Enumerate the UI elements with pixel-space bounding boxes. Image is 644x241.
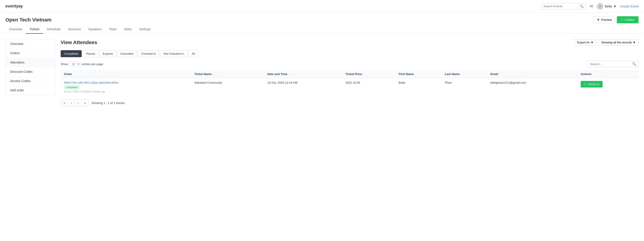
tab-settings[interactable]: Settings bbox=[136, 25, 154, 34]
page-next-button[interactable]: › bbox=[75, 100, 82, 106]
create-event-button[interactable]: Create Event bbox=[620, 4, 638, 8]
nav-right: 🔍 ✉ B Bella ▼ Create Event bbox=[541, 3, 638, 10]
chevron-down-icon: ▼ bbox=[633, 41, 636, 44]
data-table: Order Ticket Name↕ Date and Time↕ Ticket… bbox=[61, 70, 638, 96]
col-order: Order bbox=[61, 70, 191, 78]
col-first-name: First Name bbox=[395, 70, 442, 78]
table-header-row: Order Ticket Name↕ Date and Time↕ Ticket… bbox=[61, 70, 638, 78]
page-first-button[interactable]: « bbox=[61, 100, 68, 106]
col-date-time[interactable]: Date and Time↕ bbox=[264, 70, 342, 78]
check-icon: ✓ bbox=[584, 82, 586, 86]
tab-scheduler[interactable]: Scheduler bbox=[43, 25, 64, 34]
filter-tab-checked-in[interactable]: Checked In bbox=[138, 50, 160, 57]
tab-tickets[interactable]: Tickets bbox=[26, 25, 43, 34]
tab-overview[interactable]: Overview bbox=[6, 25, 26, 34]
sort-icon: ↕ bbox=[212, 73, 214, 75]
entries-select[interactable]: 10 25 50 bbox=[70, 61, 80, 67]
page-title: View Attendees bbox=[61, 39, 97, 45]
main-content: Overview Orders Attendees Discount Codes… bbox=[0, 34, 644, 112]
cell-date-time: 15 Oct, 2020 12:24 AM bbox=[264, 78, 342, 96]
content-actions: Export As ▼ Showing all the records ▼ bbox=[574, 39, 638, 46]
sidebar-item-access-codes[interactable]: Access Codes bbox=[6, 76, 55, 86]
preview-button[interactable]: 👁 Preview bbox=[594, 16, 615, 23]
cell-ticket-name: Standard Community bbox=[191, 78, 264, 96]
cell-actions: ✓ Check-In bbox=[578, 78, 638, 96]
pagination: « ‹ › » Showing 1 - 1 of 1 entries bbox=[61, 99, 638, 106]
sidebar-item-add-order[interactable]: Add order bbox=[6, 86, 55, 95]
filter-tab-cancelled[interactable]: Cancelled bbox=[117, 50, 137, 57]
entries-control: Show 10 25 50 entries per page bbox=[61, 61, 103, 67]
username: Bella bbox=[605, 4, 612, 8]
sidebar-item-attendees[interactable]: Attendees bbox=[6, 58, 55, 67]
showing-records-button[interactable]: Showing all the records ▼ bbox=[598, 39, 638, 46]
filter-tab-placed[interactable]: Placed bbox=[82, 50, 98, 57]
check-in-button[interactable]: ✓ Check-In bbox=[581, 81, 602, 87]
order-date: 15 Oct, 2020 12:24 AM 2 months ago bbox=[64, 90, 188, 93]
header-actions: 👁 Preview ✓ Publish bbox=[594, 16, 638, 23]
mail-icon[interactable]: ✉ bbox=[590, 4, 593, 9]
col-ticket-name[interactable]: Ticket Name↕ bbox=[191, 70, 264, 78]
pagination-buttons: « ‹ › » bbox=[61, 99, 89, 106]
status-badge: completed bbox=[64, 85, 80, 89]
search-icon: 🔍 bbox=[632, 62, 636, 66]
cell-last-name: Phan bbox=[442, 78, 487, 96]
filter-tabs: Completed Placed Expired Cancelled Check… bbox=[61, 50, 638, 57]
user-info[interactable]: B Bella ▼ bbox=[597, 3, 616, 10]
sort-icon: ↕ bbox=[363, 73, 364, 75]
search-events-box[interactable]: 🔍 bbox=[541, 3, 586, 9]
sidebar-item-orders[interactable]: Orders bbox=[6, 49, 55, 58]
tab-sessions[interactable]: Sessions bbox=[64, 25, 85, 34]
table-controls: Show 10 25 50 entries per page 🔍 bbox=[61, 61, 638, 67]
table-search[interactable]: 🔍 bbox=[588, 61, 638, 67]
tab-speakers[interactable]: Speakers bbox=[85, 25, 105, 34]
table-search-input[interactable] bbox=[590, 62, 631, 66]
cell-first-name: Bella bbox=[395, 78, 442, 96]
avatar: B bbox=[597, 3, 604, 10]
filter-tab-completed[interactable]: Completed bbox=[61, 50, 82, 57]
export-button[interactable]: Export As ▼ bbox=[574, 39, 596, 46]
check-icon: ✓ bbox=[621, 18, 624, 21]
order-link[interactable]: f89d27e8-cdf9-4811-88ae-a6d2d0ec96bd bbox=[64, 81, 188, 84]
col-email: Email bbox=[487, 70, 578, 78]
chevron-down-icon: ▼ bbox=[613, 4, 616, 8]
cell-ticket-price: SGD 10.00 bbox=[342, 78, 396, 96]
tab-team[interactable]: Team bbox=[105, 25, 120, 34]
search-events-input[interactable] bbox=[543, 4, 578, 8]
page-last-button[interactable]: » bbox=[82, 100, 88, 106]
sort-icon: ↕ bbox=[288, 73, 290, 75]
col-last-name: Last Name bbox=[442, 70, 487, 78]
content-header: View Attendees Export As ▼ Showing all t… bbox=[61, 39, 638, 46]
pagination-info: Showing 1 - 1 of 1 entries bbox=[92, 101, 125, 105]
sidebar-item-discount-codes[interactable]: Discount Codes bbox=[6, 67, 55, 76]
cell-order: f89d27e8-cdf9-4811-88ae-a6d2d0ec96bd com… bbox=[61, 78, 191, 96]
sidebar: Overview Orders Attendees Discount Codes… bbox=[6, 39, 55, 95]
tab-bar: Overview Tickets Scheduler Sessions Spea… bbox=[0, 25, 644, 34]
tab-video[interactable]: Video bbox=[120, 25, 136, 34]
event-title: Open Tech Vietnam bbox=[6, 17, 51, 23]
publish-button[interactable]: ✓ Publish bbox=[617, 16, 638, 23]
event-header: Open Tech Vietnam 👁 Preview ✓ Publish bbox=[0, 13, 644, 25]
filter-tab-all[interactable]: All bbox=[188, 50, 198, 57]
chevron-down-icon: ▼ bbox=[590, 41, 594, 44]
content-area: View Attendees Export As ▼ Showing all t… bbox=[61, 39, 638, 106]
filter-tab-expired[interactable]: Expired bbox=[99, 50, 116, 57]
col-ticket-price[interactable]: Ticket Price↕ bbox=[342, 70, 396, 78]
eye-icon: 👁 bbox=[597, 18, 600, 21]
filter-tab-not-checked-in[interactable]: Not Checked In bbox=[160, 50, 187, 57]
sidebar-item-overview[interactable]: Overview bbox=[6, 39, 55, 49]
top-nav: eventyay 🔍 ✉ B Bella ▼ Create Event bbox=[0, 0, 644, 13]
logo: eventyay bbox=[6, 4, 23, 8]
table-row: f89d27e8-cdf9-4811-88ae-a6d2d0ec96bd com… bbox=[61, 78, 638, 96]
col-actions: Actions bbox=[578, 70, 638, 78]
cell-email: bellaphan2211@gmail.com bbox=[487, 78, 578, 96]
page-prev-button[interactable]: ‹ bbox=[68, 100, 75, 106]
search-icon: 🔍 bbox=[580, 4, 584, 8]
